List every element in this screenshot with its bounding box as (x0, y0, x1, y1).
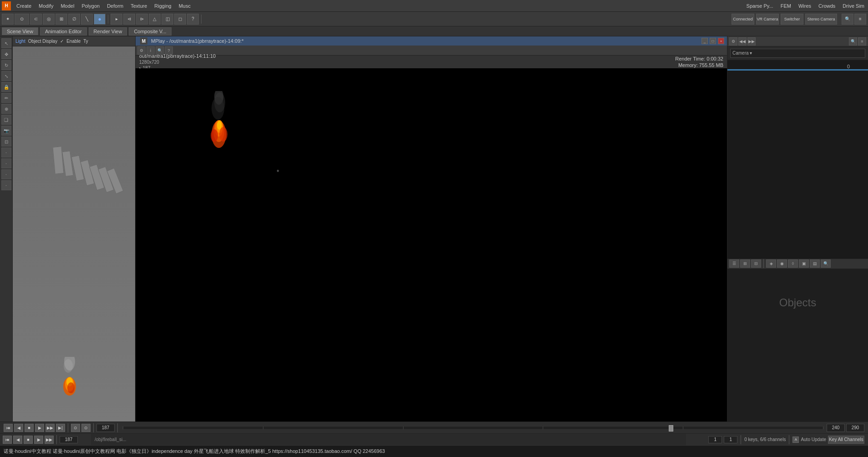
tool-handle[interactable]: ⊡ (1, 137, 11, 147)
key-all-channels-btn[interactable]: Key All Channels (828, 436, 864, 444)
menu-create[interactable]: Create (13, 2, 35, 10)
toolbar-btn-f[interactable]: ◻ (174, 14, 186, 25)
anim-play-fwd[interactable]: ▶ (35, 424, 44, 432)
rp-tab-e[interactable]: ▤ (810, 259, 820, 268)
toolbar-btn-e[interactable]: ◫ (161, 14, 173, 25)
stereo-camera-btn[interactable]: Stereo Camera (805, 14, 837, 25)
range-start-input[interactable] (708, 436, 722, 443)
anim-stop[interactable]: ■ (25, 424, 34, 432)
tool-group[interactable]: ❑ (1, 115, 11, 125)
tool-dot1[interactable]: · (1, 147, 11, 157)
win-maximize[interactable]: □ (710, 38, 716, 44)
render-viewport[interactable]: + (136, 68, 727, 434)
menu-fem[interactable]: FEM (777, 2, 795, 10)
bottom-btn-b[interactable]: ◀ (13, 436, 22, 444)
tab-render-view[interactable]: Render View (89, 27, 127, 36)
menu-sparse-py[interactable]: Sparse Py... (743, 2, 777, 10)
tab-animation-editor[interactable]: Animation Editor (40, 27, 87, 36)
menu-polygon[interactable]: Polygon (78, 2, 103, 10)
anim-prev-frame[interactable]: ◀ (14, 424, 23, 432)
tool-dot3[interactable]: · (1, 169, 11, 179)
tool-camera[interactable]: 📷 (1, 126, 11, 136)
mplay-resolution: 1280x720 (139, 60, 216, 65)
menu-model[interactable]: Model (57, 2, 78, 10)
viewport-3d[interactable] (13, 46, 135, 448)
win-close[interactable]: × (718, 38, 724, 44)
anim-play-fwd2[interactable]: ▶▶ (45, 424, 55, 432)
tool-paint[interactable]: ✏ (1, 93, 11, 103)
range-end-input[interactable] (724, 436, 737, 443)
toolbar-btn-d[interactable]: △ (149, 14, 161, 25)
rp-tab-grid[interactable]: ⊞ (740, 259, 750, 268)
vr-camera-btn[interactable]: VR Camera (756, 14, 779, 25)
toolbar-btn-b[interactable]: ⊲ (123, 14, 135, 25)
bottom-frame-num[interactable] (60, 436, 78, 443)
anim-skip-start[interactable]: ⏮ (4, 424, 13, 432)
center-panel: M MPlay - /out/mantra1(pbrraytrace)-14:0… (136, 36, 727, 457)
menu-crowds[interactable]: Crowds (815, 2, 839, 10)
toolbar-create-btn[interactable]: ✦ (2, 14, 14, 25)
win-minimize[interactable]: _ (701, 38, 708, 44)
anim-current-frame-input[interactable] (96, 424, 115, 432)
toolbar-line-btn[interactable]: ╲ (81, 14, 93, 25)
switcher-btn[interactable]: Switcher (781, 14, 803, 25)
toolbar-circle-btn[interactable]: ● (94, 14, 106, 25)
rs-extra-btn[interactable]: ≡ (858, 37, 866, 46)
bottom-btn-d[interactable]: ▶ (34, 436, 43, 444)
rs-search-btn[interactable]: 🔍 (849, 37, 857, 46)
toolbar-tube-btn[interactable]: ⊂ (30, 14, 42, 25)
rp-tab-d[interactable]: ▣ (799, 259, 809, 268)
anim-play-step[interactable]: ▶| (56, 424, 65, 432)
menu-wires[interactable]: Wires (795, 2, 815, 10)
anim-record1[interactable]: ⊙ (71, 424, 80, 432)
tab-scene-view[interactable]: Scene View (2, 27, 38, 35)
tool-rotate[interactable]: ↻ (1, 60, 11, 70)
rp-tab-list[interactable]: ☰ (729, 259, 739, 268)
menu-deform[interactable]: Deform (103, 2, 127, 10)
toolbar-btn-c[interactable]: ⊳ (136, 14, 148, 25)
tool-move[interactable]: ✥ (1, 49, 11, 59)
anim-record2[interactable]: ⊙ (81, 424, 91, 432)
right-toolbar-extra[interactable]: ≡ (854, 14, 866, 25)
camera-dropdown[interactable]: Camera ▾ (730, 49, 865, 58)
bottom-btn-e[interactable]: ▶▶ (45, 436, 54, 444)
rp-tab-a[interactable]: ◈ (766, 259, 776, 268)
tool-snap[interactable]: ⊕ (1, 104, 11, 114)
anim-timeline-range[interactable] (122, 426, 823, 430)
anim-playhead[interactable] (669, 425, 673, 432)
toolbar-grid-btn[interactable]: ⊞ (56, 14, 67, 25)
toolbar-null-btn[interactable]: ∅ (68, 14, 80, 25)
tool-scale[interactable]: ⤡ (1, 71, 11, 81)
tool-dot2[interactable]: · (1, 158, 11, 168)
rp-tab-b[interactable]: ◉ (777, 259, 787, 268)
anim-end-frame-input2[interactable] (846, 424, 864, 432)
tool-select[interactable]: ↖ (1, 38, 11, 48)
toolbar-btn-a[interactable]: ▸ (111, 14, 122, 25)
menu-musc[interactable]: Musc (175, 2, 194, 10)
connected-camera-btn[interactable]: Connected (732, 14, 754, 25)
tab-composite-view[interactable]: Composite V... (129, 27, 171, 36)
tool-lock[interactable]: 🔒 (1, 82, 11, 92)
toolbar-torus-btn[interactable]: ◎ (43, 14, 55, 25)
toolbar-sphere-btn[interactable]: ⊙ (15, 14, 29, 25)
bottom-right-controls: 0 keys, 6/6 channels A Auto Update Key A… (686, 433, 868, 445)
menu-drive-sim[interactable]: Drive Sim (839, 2, 868, 10)
menu-rigging[interactable]: Rigging (151, 2, 175, 10)
menu-texture[interactable]: Texture (127, 2, 151, 10)
right-toolbar-search[interactable]: 🔍 (842, 14, 853, 25)
rp-tab-tree[interactable]: ⊟ (751, 259, 761, 268)
enable-checkbox[interactable]: ✓ (60, 39, 64, 44)
rs-expand-btn[interactable]: ▶▶ (747, 37, 756, 46)
bottom-btn-a[interactable]: ⏮ (3, 436, 12, 444)
anim-end-frame-input[interactable] (827, 424, 845, 432)
rs-settings-btn[interactable]: ⚙ (729, 37, 737, 46)
object-display-label: Object Display (28, 39, 57, 44)
auto-update-label[interactable]: Auto Update (801, 437, 826, 442)
toolbar-btn-g[interactable]: ? (187, 14, 199, 25)
tool-dot4[interactable]: · (1, 180, 11, 190)
rs-collapse-btn[interactable]: ◀◀ (738, 37, 747, 46)
rp-tab-c[interactable]: ◊ (788, 259, 798, 268)
bottom-btn-c[interactable]: ■ (24, 436, 33, 444)
menu-modify[interactable]: Modify (35, 2, 57, 10)
rp-tab-f[interactable]: 🔍 (821, 259, 831, 268)
